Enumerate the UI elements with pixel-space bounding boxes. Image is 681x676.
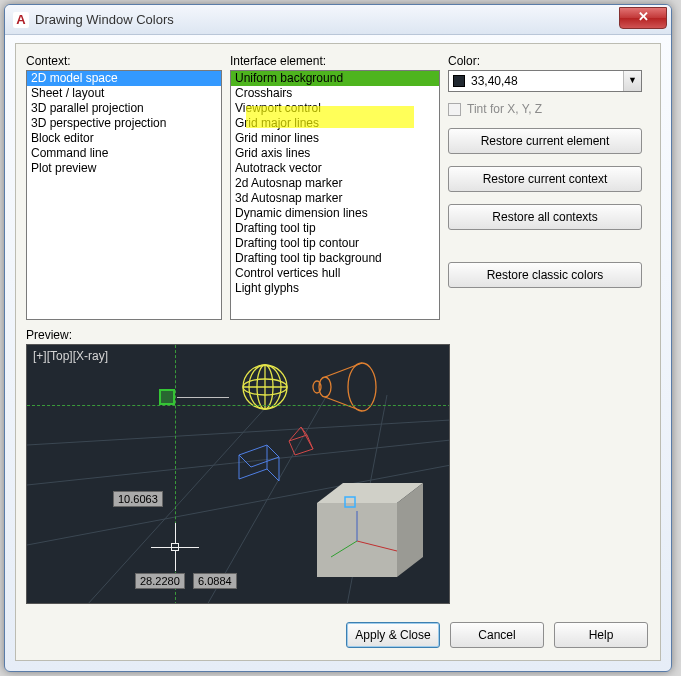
context-item[interactable]: Block editor [27, 131, 221, 146]
dimension-value: 10.6063 [113, 491, 163, 507]
color-swatch [453, 75, 465, 87]
color-label: Color: [448, 54, 650, 68]
interface-item[interactable]: Viewport control [231, 101, 439, 116]
interface-item[interactable]: Control vertices hull [231, 266, 439, 281]
svg-point-12 [348, 363, 376, 411]
interface-label: Interface element: [230, 54, 440, 68]
svg-line-0 [27, 420, 450, 445]
interface-item[interactable]: Grid minor lines [231, 131, 439, 146]
context-listbox[interactable]: 2D model space Sheet / layout 3D paralle… [26, 70, 222, 320]
cancel-button[interactable]: Cancel [450, 622, 544, 648]
svg-point-16 [313, 381, 321, 393]
interface-item[interactable]: Uniform background [231, 71, 439, 86]
interface-item[interactable]: Crosshairs [231, 86, 439, 101]
dialog-window: A Drawing Window Colors ✕ Context: 2D mo… [4, 4, 672, 672]
restore-all-button[interactable]: Restore all contexts [448, 204, 642, 230]
svg-line-14 [325, 363, 362, 377]
chevron-down-icon: ▼ [623, 71, 641, 91]
dialog-buttons: Apply & Close Cancel Help [346, 622, 648, 648]
interface-item[interactable]: Drafting tool tip [231, 221, 439, 236]
interface-item[interactable]: Grid axis lines [231, 146, 439, 161]
grid-axis-x [27, 405, 450, 406]
color-dropdown[interactable]: 33,40,48 ▼ [448, 70, 642, 92]
interface-item[interactable]: Autotrack vector [231, 161, 439, 176]
help-button[interactable]: Help [554, 622, 648, 648]
context-item[interactable]: 2D model space [27, 71, 221, 86]
dimension-value: 28.2280 [135, 573, 185, 589]
app-icon: A [13, 12, 29, 28]
context-item[interactable]: Sheet / layout [27, 86, 221, 101]
interface-item[interactable]: 3d Autosnap marker [231, 191, 439, 206]
crosshair-cursor-icon [151, 523, 199, 571]
preview-panel: [+][Top][X-ray] [26, 344, 450, 604]
svg-line-15 [325, 397, 362, 411]
restore-classic-button[interactable]: Restore classic colors [448, 262, 642, 288]
interface-item[interactable]: Light glyphs [231, 281, 439, 296]
preview-label: Preview: [26, 328, 650, 342]
context-item[interactable]: 3D perspective projection [27, 116, 221, 131]
interface-item[interactable]: Dynamic dimension lines [231, 206, 439, 221]
color-value: 33,40,48 [471, 74, 518, 88]
context-column: Context: 2D model space Sheet / layout 3… [26, 54, 222, 320]
interface-item[interactable]: Drafting tool tip contour [231, 236, 439, 251]
tint-label: Tint for X, Y, Z [467, 102, 542, 116]
apply-close-button[interactable]: Apply & Close [346, 622, 440, 648]
autosnap-marker-icon [159, 389, 175, 405]
context-label: Context: [26, 54, 222, 68]
restore-element-button[interactable]: Restore current element [448, 128, 642, 154]
preview-graphics [27, 345, 450, 604]
interface-listbox[interactable]: Uniform background Crosshairs Viewport c… [230, 70, 440, 320]
titlebar[interactable]: A Drawing Window Colors ✕ [5, 5, 671, 35]
dimension-value: 6.0884 [193, 573, 237, 589]
context-item[interactable]: Command line [27, 146, 221, 161]
tint-checkbox-row: Tint for X, Y, Z [448, 102, 650, 116]
dialog-content: Context: 2D model space Sheet / layout 3… [15, 43, 661, 661]
interface-column: Interface element: Uniform background Cr… [230, 54, 440, 320]
interface-item[interactable]: 2d Autosnap marker [231, 176, 439, 191]
context-item[interactable]: Plot preview [27, 161, 221, 176]
tint-checkbox[interactable] [448, 103, 461, 116]
preview-line [177, 397, 229, 398]
restore-context-button[interactable]: Restore current context [448, 166, 642, 192]
interface-item[interactable]: Grid major lines [231, 116, 439, 131]
close-button[interactable]: ✕ [619, 7, 667, 29]
window-title: Drawing Window Colors [35, 12, 619, 27]
interface-item[interactable]: Drafting tool tip background [231, 251, 439, 266]
context-item[interactable]: 3D parallel projection [27, 101, 221, 116]
color-column: Color: 33,40,48 ▼ Tint for X, Y, Z Resto… [448, 54, 650, 320]
